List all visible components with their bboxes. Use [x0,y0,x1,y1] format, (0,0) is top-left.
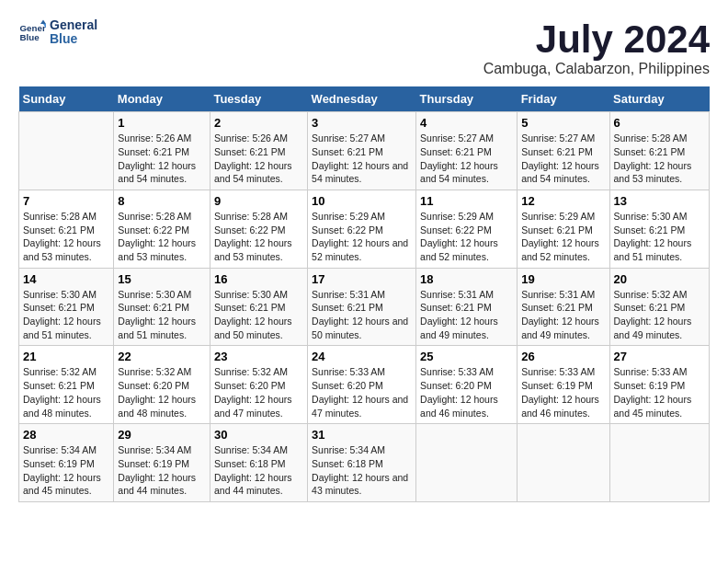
calendar-week-3: 14Sunrise: 5:30 AM Sunset: 6:21 PM Dayli… [19,268,710,346]
header-friday: Friday [518,86,609,112]
day-info: Sunrise: 5:29 AM Sunset: 6:22 PM Dayligh… [420,210,513,264]
day-number: 13 [614,194,705,208]
day-number: 6 [614,116,705,130]
day-number: 28 [23,428,109,442]
calendar-cell: 20Sunrise: 5:32 AM Sunset: 6:21 PM Dayli… [609,268,709,346]
day-info: Sunrise: 5:34 AM Sunset: 6:18 PM Dayligh… [312,443,412,498]
main-title: July 2024 [483,18,710,61]
calendar-cell: 6Sunrise: 5:28 AM Sunset: 6:21 PM Daylig… [609,112,709,190]
calendar-cell: 15Sunrise: 5:30 AM Sunset: 6:21 PM Dayli… [114,268,210,346]
calendar-cell: 8Sunrise: 5:28 AM Sunset: 6:22 PM Daylig… [114,190,210,268]
calendar-cell [416,424,518,502]
calendar-cell: 11Sunrise: 5:29 AM Sunset: 6:22 PM Dayli… [416,190,518,268]
svg-marker-2 [40,20,46,25]
day-info: Sunrise: 5:32 AM Sunset: 6:21 PM Dayligh… [23,365,109,419]
logo-line2: Blue [50,32,97,46]
calendar-cell: 24Sunrise: 5:33 AM Sunset: 6:20 PM Dayli… [308,346,416,424]
day-number: 21 [23,350,109,363]
day-info: Sunrise: 5:32 AM Sunset: 6:21 PM Dayligh… [614,288,705,342]
calendar-cell: 18Sunrise: 5:31 AM Sunset: 6:21 PM Dayli… [416,268,518,346]
day-number: 27 [614,350,705,363]
calendar-week-4: 21Sunrise: 5:32 AM Sunset: 6:21 PM Dayli… [19,346,710,424]
day-info: Sunrise: 5:30 AM Sunset: 6:21 PM Dayligh… [118,288,206,342]
calendar-cell: 1Sunrise: 5:26 AM Sunset: 6:21 PM Daylig… [114,112,210,190]
day-number: 7 [23,194,109,208]
header-wednesday: Wednesday [308,86,416,112]
calendar-week-2: 7Sunrise: 5:28 AM Sunset: 6:21 PM Daylig… [19,190,710,268]
day-info: Sunrise: 5:30 AM Sunset: 6:21 PM Dayligh… [614,210,705,264]
day-info: Sunrise: 5:31 AM Sunset: 6:21 PM Dayligh… [312,288,412,342]
title-section: July 2024 Cambuga, Calabarzon, Philippin… [483,18,710,77]
day-number: 19 [521,272,605,286]
calendar-cell [518,424,609,502]
day-number: 30 [214,428,303,442]
calendar-cell: 2Sunrise: 5:26 AM Sunset: 6:21 PM Daylig… [210,112,307,190]
calendar-cell: 19Sunrise: 5:31 AM Sunset: 6:21 PM Dayli… [518,268,609,346]
calendar-cell: 9Sunrise: 5:28 AM Sunset: 6:22 PM Daylig… [210,190,307,268]
calendar-week-5: 28Sunrise: 5:34 AM Sunset: 6:19 PM Dayli… [19,424,710,502]
day-number: 10 [312,194,412,208]
header-saturday: Saturday [609,86,709,112]
day-number: 3 [312,116,412,130]
header-monday: Monday [114,86,210,112]
calendar-header-row: SundayMondayTuesdayWednesdayThursdayFrid… [19,86,710,112]
day-number: 17 [312,272,412,286]
day-info: Sunrise: 5:28 AM Sunset: 6:22 PM Dayligh… [214,210,303,264]
day-number: 1 [118,116,206,130]
calendar-cell [19,112,114,190]
day-info: Sunrise: 5:27 AM Sunset: 6:21 PM Dayligh… [312,132,412,186]
calendar-cell: 30Sunrise: 5:34 AM Sunset: 6:18 PM Dayli… [210,424,307,502]
day-info: Sunrise: 5:33 AM Sunset: 6:20 PM Dayligh… [420,365,513,419]
calendar-cell: 23Sunrise: 5:32 AM Sunset: 6:20 PM Dayli… [210,346,307,424]
day-number: 23 [214,350,303,363]
day-number: 15 [118,272,206,286]
logo-line1: General [50,18,97,32]
calendar-cell: 17Sunrise: 5:31 AM Sunset: 6:21 PM Dayli… [308,268,416,346]
calendar-cell: 27Sunrise: 5:33 AM Sunset: 6:19 PM Dayli… [609,346,709,424]
day-info: Sunrise: 5:28 AM Sunset: 6:21 PM Dayligh… [23,210,109,264]
logo: General Blue General Blue [18,18,97,47]
day-info: Sunrise: 5:33 AM Sunset: 6:20 PM Dayligh… [312,365,412,419]
calendar-cell: 12Sunrise: 5:29 AM Sunset: 6:21 PM Dayli… [518,190,609,268]
day-number: 11 [420,194,513,208]
calendar-cell: 4Sunrise: 5:27 AM Sunset: 6:21 PM Daylig… [416,112,518,190]
header-sunday: Sunday [19,86,114,112]
day-number: 2 [214,116,303,130]
svg-text:General: General [20,23,47,33]
day-number: 4 [420,116,513,130]
day-info: Sunrise: 5:29 AM Sunset: 6:22 PM Dayligh… [312,210,412,264]
day-info: Sunrise: 5:28 AM Sunset: 6:22 PM Dayligh… [118,210,206,264]
day-info: Sunrise: 5:30 AM Sunset: 6:21 PM Dayligh… [23,288,109,342]
calendar-cell: 31Sunrise: 5:34 AM Sunset: 6:18 PM Dayli… [308,424,416,502]
header-tuesday: Tuesday [210,86,307,112]
day-info: Sunrise: 5:26 AM Sunset: 6:21 PM Dayligh… [214,132,303,186]
calendar-cell: 16Sunrise: 5:30 AM Sunset: 6:21 PM Dayli… [210,268,307,346]
calendar-cell: 3Sunrise: 5:27 AM Sunset: 6:21 PM Daylig… [308,112,416,190]
day-info: Sunrise: 5:26 AM Sunset: 6:21 PM Dayligh… [118,132,206,186]
day-number: 31 [312,428,412,442]
calendar-cell: 25Sunrise: 5:33 AM Sunset: 6:20 PM Dayli… [416,346,518,424]
day-number: 29 [118,428,206,442]
day-number: 25 [420,350,513,363]
calendar-cell: 5Sunrise: 5:27 AM Sunset: 6:21 PM Daylig… [518,112,609,190]
day-number: 14 [23,272,109,286]
day-info: Sunrise: 5:34 AM Sunset: 6:19 PM Dayligh… [118,443,206,498]
day-info: Sunrise: 5:28 AM Sunset: 6:21 PM Dayligh… [614,132,705,186]
calendar-cell: 22Sunrise: 5:32 AM Sunset: 6:20 PM Dayli… [114,346,210,424]
calendar-cell: 13Sunrise: 5:30 AM Sunset: 6:21 PM Dayli… [609,190,709,268]
day-info: Sunrise: 5:34 AM Sunset: 6:19 PM Dayligh… [23,443,109,498]
day-info: Sunrise: 5:30 AM Sunset: 6:21 PM Dayligh… [214,288,303,342]
calendar-cell: 26Sunrise: 5:33 AM Sunset: 6:19 PM Dayli… [518,346,609,424]
day-info: Sunrise: 5:32 AM Sunset: 6:20 PM Dayligh… [118,365,206,419]
calendar-cell: 21Sunrise: 5:32 AM Sunset: 6:21 PM Dayli… [19,346,114,424]
calendar-cell [609,424,709,502]
calendar-cell: 14Sunrise: 5:30 AM Sunset: 6:21 PM Dayli… [19,268,114,346]
svg-text:Blue: Blue [20,32,40,42]
day-info: Sunrise: 5:27 AM Sunset: 6:21 PM Dayligh… [521,132,605,186]
calendar-cell: 28Sunrise: 5:34 AM Sunset: 6:19 PM Dayli… [19,424,114,502]
day-number: 8 [118,194,206,208]
day-number: 12 [521,194,605,208]
day-number: 22 [118,350,206,363]
day-number: 20 [614,272,705,286]
calendar-cell: 7Sunrise: 5:28 AM Sunset: 6:21 PM Daylig… [19,190,114,268]
